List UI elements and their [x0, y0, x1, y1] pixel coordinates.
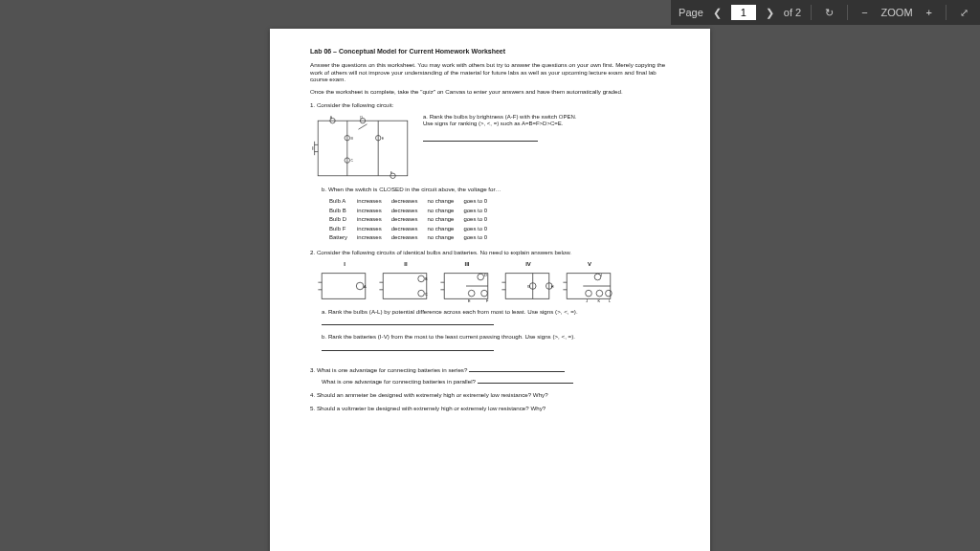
- q1a: a. Rank the bulbs by brightness (A-F) wi…: [423, 114, 670, 144]
- voltage-table: Bulb Aincreasesdecreasesno changegoes to…: [329, 197, 497, 243]
- svg-rect-25: [383, 274, 427, 299]
- svg-text:E: E: [382, 137, 385, 141]
- svg-point-36: [481, 290, 488, 297]
- q3a: 3. What is one advantage for connecting …: [310, 366, 670, 374]
- svg-point-52: [594, 274, 601, 280]
- svg-text:A: A: [364, 285, 367, 289]
- q1b: b. When the switch is CLOSED in the circ…: [322, 186, 670, 193]
- page-1: Lab 06 – Conceptual Model for Current Ho…: [270, 29, 710, 551]
- svg-text:C: C: [425, 293, 428, 297]
- circuit-V: V IJKL: [561, 261, 618, 305]
- table-row: Bulb Fincreasesdecreasesno changegoes to…: [329, 225, 497, 234]
- q1: 1. Consider the following circuit:: [310, 101, 670, 109]
- svg-text:F: F: [486, 299, 489, 303]
- svg-point-27: [418, 290, 425, 297]
- q2a-blank: [322, 320, 494, 325]
- next-page-button[interactable]: ❯: [762, 5, 778, 21]
- circuit-IV: IV GH: [500, 261, 557, 305]
- zoom-in-button[interactable]: +: [923, 5, 936, 20]
- table-row: Bulb Dincreasesdecreasesno changegoes to…: [329, 215, 497, 225]
- svg-text:I: I: [601, 274, 602, 277]
- svg-text:H: H: [551, 285, 554, 289]
- svg-text:D: D: [360, 116, 363, 120]
- separator: [847, 5, 848, 20]
- svg-rect-20: [322, 274, 366, 299]
- circuit-I: I A: [316, 261, 373, 305]
- svg-text:K: K: [598, 299, 601, 303]
- prev-page-button[interactable]: ❮: [709, 5, 725, 21]
- total-pages: of 2: [784, 7, 801, 18]
- table-row: Bulb Bincreasesdecreasesno changegoes to…: [329, 207, 497, 216]
- fullscreen-icon[interactable]: ⤢: [956, 5, 972, 21]
- svg-text:D: D: [484, 274, 487, 277]
- svg-point-53: [586, 290, 592, 297]
- svg-text:B: B: [350, 137, 353, 141]
- svg-point-54: [596, 290, 603, 297]
- svg-text:C: C: [350, 159, 353, 163]
- page-label: Page: [679, 7, 703, 18]
- table-row: Batteryincreasesdecreasesno changegoes t…: [329, 233, 497, 243]
- page-nav: Page ❮ ❯ of 2: [679, 5, 801, 21]
- q1-row: AD BE CF a. Rank the bulbs by brightness…: [310, 114, 670, 183]
- q3b: What is one advantage for connecting bat…: [322, 378, 670, 386]
- svg-text:G: G: [527, 285, 530, 289]
- circuit-II: II BC: [377, 261, 434, 305]
- q1a-line1: a. Rank the bulbs by brightness (A-F) wi…: [423, 114, 670, 121]
- svg-point-21: [356, 282, 364, 290]
- zoom-out-button[interactable]: −: [858, 5, 871, 20]
- circuits-row: I A II BC III DEF IV GH V IJKL: [316, 261, 670, 305]
- q2: 2. Consider the following circuits of id…: [310, 249, 670, 256]
- q2a: a. Rank the bulbs (A-L) by potential dif…: [322, 308, 670, 316]
- table-row: Bulb Aincreasesdecreasesno changegoes to…: [329, 197, 497, 207]
- page-input[interactable]: [731, 5, 756, 20]
- zoom-label: ZOOM: [881, 7, 913, 18]
- q5: 5. Should a voltmeter be designed with e…: [310, 405, 670, 412]
- svg-point-55: [606, 290, 612, 297]
- intro-1: Answer the questions on this worksheet. …: [310, 61, 670, 83]
- svg-point-34: [478, 274, 484, 280]
- circuit-1: AD BE CF: [310, 114, 415, 183]
- svg-line-13: [359, 123, 368, 128]
- svg-rect-0: [318, 121, 408, 176]
- document-viewer[interactable]: Lab 06 – Conceptual Model for Current Ho…: [0, 25, 980, 551]
- svg-point-26: [418, 276, 425, 282]
- svg-text:J: J: [586, 299, 588, 303]
- svg-text:B: B: [425, 277, 428, 281]
- q2b-blank: [322, 345, 494, 351]
- svg-point-35: [468, 290, 475, 297]
- separator: [946, 5, 947, 20]
- doc-title: Lab 06 – Conceptual Model for Current Ho…: [310, 48, 670, 56]
- separator: [811, 5, 812, 20]
- pdf-toolbar: Page ❮ ❯ of 2 ↻ − ZOOM + ⤢: [671, 0, 980, 25]
- refresh-icon[interactable]: ↻: [821, 5, 837, 21]
- svg-text:L: L: [609, 299, 611, 303]
- circuit-III: III DEF: [438, 261, 496, 305]
- q2b: b. Rank the batteries (I-V) from the mos…: [322, 333, 670, 341]
- q1a-line2: Use signs for ranking (>, <, =) such as …: [423, 121, 670, 128]
- q1a-blank: [423, 136, 538, 142]
- intro-2: Once the worksheet is complete, take the…: [310, 88, 670, 96]
- svg-text:E: E: [468, 299, 471, 303]
- q4: 4. Should an ammeter be designed with ex…: [310, 391, 670, 399]
